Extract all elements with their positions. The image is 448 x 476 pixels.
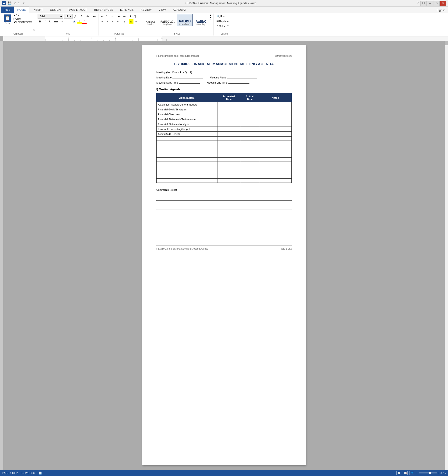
style-emphasis-label: Emphasis [163, 23, 173, 25]
table-cell [259, 145, 292, 149]
align-right-button[interactable]: ≡ [110, 19, 115, 24]
copy-button[interactable]: ⎘ Copy [13, 17, 32, 20]
change-case-button[interactable]: Aа [85, 14, 90, 19]
quick-access-save[interactable]: 💾 [7, 1, 12, 5]
table-cell [240, 179, 259, 183]
tab-page-layout[interactable]: PAGE LAYOUT [64, 6, 90, 13]
replace-button[interactable]: ⇄ Replace [215, 19, 234, 23]
superscript-button[interactable]: x² [65, 19, 70, 24]
find-button[interactable]: 🔍 Find ▼ [215, 14, 234, 18]
tab-mailings[interactable]: MAILINGS [117, 6, 137, 13]
table-cell [259, 149, 292, 153]
comment-line-3 [156, 212, 292, 218]
table-cell [240, 145, 259, 149]
maximize-btn[interactable]: □ [434, 1, 440, 6]
table-cell: Financial Objectives [157, 112, 218, 117]
col-estimated-time: EstimatedTime [217, 94, 240, 102]
tab-view[interactable]: VIEW [155, 6, 169, 13]
field-start: Meeting Start Time [156, 80, 200, 84]
table-cell [157, 170, 218, 174]
clear-format-button[interactable]: ✗A [91, 14, 97, 19]
styles-scroll[interactable]: ▲ ▼ ≡ [210, 14, 212, 21]
styles-scroll-up[interactable]: ▲ [210, 14, 212, 16]
svg-text:5: 5 [161, 37, 162, 40]
field-end-label: Meeting End Time [207, 81, 228, 84]
style-caption-label: Caption [147, 23, 154, 25]
styles-scroll-down[interactable]: ▼ [210, 16, 212, 19]
grow-font-button[interactable]: A↑ [73, 14, 79, 19]
table-row [157, 153, 292, 158]
paste-button[interactable]: 📋 Paste [2, 14, 13, 25]
tab-references[interactable]: REFERENCES [90, 6, 117, 13]
sort-button[interactable]: ↕A [127, 14, 132, 19]
shrink-font-button[interactable]: A↓ [79, 14, 85, 19]
italic-button[interactable]: I [43, 19, 47, 24]
style-emphasis[interactable]: AaBbCcDa Emphasis [159, 14, 176, 26]
restore-btn[interactable]: ❐ [420, 1, 426, 6]
line-spacing-button[interactable]: ↕ [122, 19, 127, 24]
table-cell [157, 158, 218, 162]
table-cell [217, 102, 240, 107]
scrollbar-thumb[interactable] [445, 41, 448, 45]
clipboard-expand-icon[interactable]: ⊡ [33, 29, 34, 32]
tab-file[interactable]: FILE [1, 6, 14, 13]
minimize-btn[interactable]: ─ [427, 1, 433, 6]
shading-button[interactable]: ▤ [129, 19, 134, 24]
increase-indent-button[interactable]: ⇥ [122, 14, 127, 19]
replace-icon: ⇄ [217, 20, 219, 23]
help-btn[interactable]: ? [415, 1, 420, 6]
justify-button[interactable]: ≡ [115, 19, 120, 24]
select-button[interactable]: ↖ Select ▼ [215, 24, 234, 28]
paragraph-group: ≡• 1. ≣ ⇤ ⇥ ↕A ¶ ≡ ≡ ≡ ≡ ↕ ▤ [98, 14, 141, 35]
title-bar: W 💾 ↩ ↪ ▼ FS1030-2 Financial Management … [0, 0, 448, 6]
tab-review[interactable]: REVIEW [137, 6, 155, 13]
strikethrough-button[interactable]: abc [53, 19, 60, 24]
scroll-area[interactable]: Finance Policies and Procedures Manual B… [3, 41, 445, 470]
text-effects-button[interactable]: A [72, 19, 77, 24]
align-left-button[interactable]: ≡ [100, 19, 105, 24]
border-button[interactable]: ⊞ [134, 19, 139, 24]
underline-button[interactable]: U [48, 19, 52, 24]
tab-acrobat[interactable]: ACROBAT [169, 6, 190, 13]
close-btn[interactable]: ✕ [440, 1, 446, 6]
text-highlight-button[interactable]: A [77, 19, 82, 24]
decrease-indent-button[interactable]: ⇤ [117, 14, 122, 19]
quick-access-undo[interactable]: ↩ [13, 1, 17, 5]
table-row: Financial Goals/Strategies [157, 107, 292, 112]
find-arrow: ▼ [226, 15, 228, 17]
tab-design[interactable]: DESIGN [46, 6, 64, 13]
window-controls[interactable]: ? ❐ ─ □ ✕ [415, 1, 446, 6]
bullets-button[interactable]: ≡• [100, 14, 105, 19]
numbering-button[interactable]: 1. [105, 14, 110, 19]
table-cell [217, 127, 240, 132]
comment-line-1 [156, 194, 292, 201]
font-color-button[interactable]: A [82, 19, 87, 24]
font-family-select[interactable]: Arial [38, 14, 63, 19]
bold-button[interactable]: B [38, 19, 42, 24]
cut-button[interactable]: ✂ Cut [13, 14, 32, 17]
font-size-select[interactable]: 12 [64, 14, 73, 19]
tab-home[interactable]: HOME [14, 6, 29, 13]
table-row: Financial Objectives [157, 112, 292, 117]
tab-insert[interactable]: INSERT [29, 6, 46, 13]
font-group: Arial 12 A↑ A↓ Aа ✗A B I U abc x₂ x² [36, 14, 98, 35]
quick-access-more[interactable]: ▼ [22, 1, 26, 5]
style-heading1[interactable]: AaBbC ¶ Heading 1 [177, 14, 193, 26]
align-center-button[interactable]: ≡ [105, 19, 110, 24]
styles-more[interactable]: ≡ [210, 19, 212, 21]
table-cell [240, 132, 259, 136]
table-cell [217, 141, 240, 145]
style-heading2[interactable]: AaBbC ¶ Heading 2 [193, 14, 209, 26]
show-hide-button[interactable]: ¶ [133, 14, 137, 19]
style-caption[interactable]: AaBbCc Caption [143, 14, 158, 26]
format-painter-button[interactable]: 🖌 Format Painter [13, 21, 32, 23]
field-start-line [179, 80, 200, 84]
field-place: Meeting Place [210, 75, 257, 79]
right-scrollbar[interactable] [445, 41, 448, 470]
subscript-button[interactable]: x₂ [60, 19, 65, 24]
sign-in-link[interactable]: Sign in [435, 8, 447, 13]
table-cell [240, 158, 259, 162]
quick-access-redo[interactable]: ↪ [17, 1, 21, 5]
table-cell: Action Item Review/General Review [157, 102, 218, 107]
multilevel-list-button[interactable]: ≣ [110, 14, 115, 19]
